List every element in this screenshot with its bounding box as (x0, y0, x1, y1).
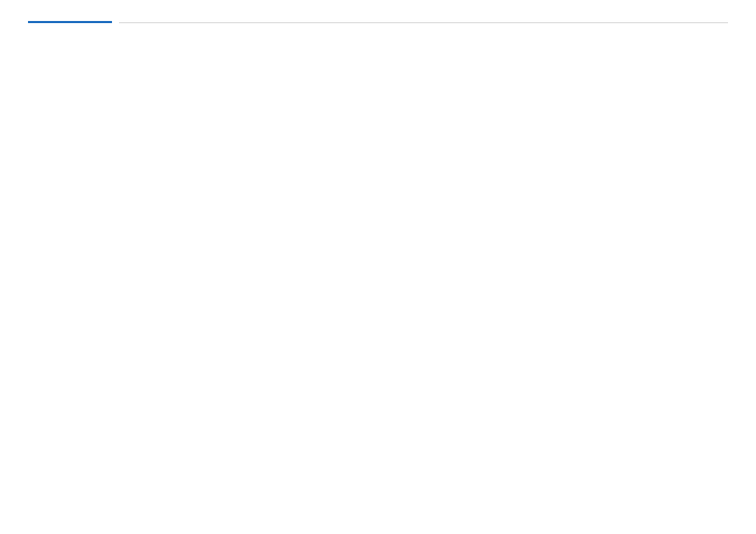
blue-accent-line (28, 21, 112, 23)
top-divider-line (119, 22, 728, 23)
page-container (0, 0, 756, 534)
